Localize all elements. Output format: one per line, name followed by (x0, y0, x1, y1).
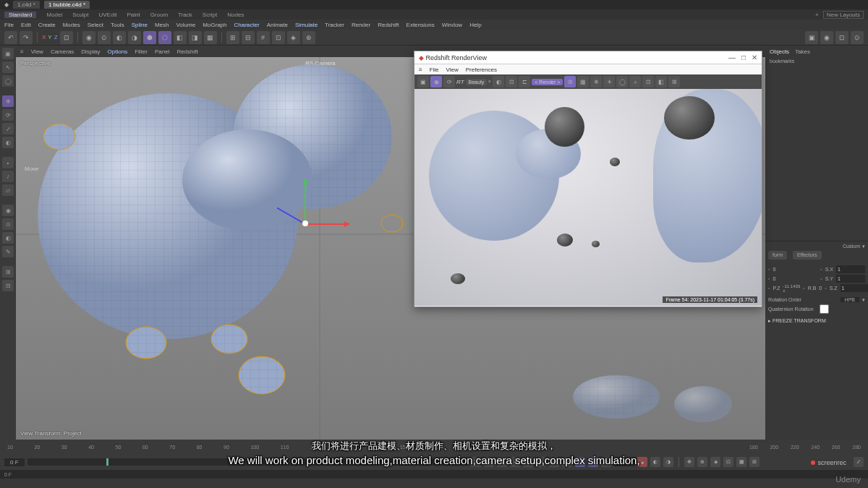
tool-c[interactable]: ⊙ (2, 218, 14, 230)
rv-tool-3[interactable]: ◐ (493, 76, 504, 87)
brush-tool[interactable]: ✎ (2, 246, 14, 257)
rv-grid-tool[interactable]: ▦ (577, 76, 589, 87)
render-btn-4[interactable]: ⊙ (851, 31, 864, 44)
edge-mode[interactable]: / (2, 171, 14, 182)
move-tool[interactable]: ✥ (2, 95, 14, 107)
close-icon[interactable]: ✕ (752, 53, 757, 61)
render-btn-1[interactable]: ▣ (805, 31, 818, 44)
menu-tools[interactable]: Tools (111, 22, 124, 28)
menu-select[interactable]: Select (88, 22, 103, 28)
plus-icon[interactable]: + (815, 12, 819, 18)
render-btn-2[interactable]: ◉ (820, 31, 833, 44)
rv-render-dropdown[interactable]: < Render > (532, 79, 563, 85)
tool-e[interactable]: ⊞ (2, 266, 14, 278)
menu-help[interactable]: Help (469, 22, 481, 28)
cursor-tool[interactable]: ↖ (2, 61, 14, 73)
renderview-window[interactable]: ◆ Redshift RenderView — □ ✕ ≡ File View … (414, 51, 762, 307)
sz-input[interactable] (841, 284, 868, 292)
renderview-titlebar[interactable]: ◆ Redshift RenderView — □ ✕ (414, 51, 762, 64)
rv-menu-file[interactable]: File (430, 67, 439, 73)
rv-menu-view[interactable]: View (446, 67, 459, 73)
rv-tool-4[interactable]: ⊡ (506, 76, 517, 87)
menu-extensions[interactable]: Extensions (407, 22, 435, 28)
tool-9[interactable]: ▦ (204, 31, 217, 44)
effectors-tab-btn[interactable]: Effectors (793, 251, 822, 260)
vp-cameras[interactable]: Cameras (51, 48, 74, 55)
tool-4[interactable]: ◑ (128, 31, 141, 44)
tool-10[interactable]: ⊞ (226, 31, 239, 44)
tool-14[interactable]: ◈ (287, 31, 300, 44)
tool-3[interactable]: ◐ (113, 31, 126, 44)
tool-7[interactable]: ◧ (174, 31, 187, 44)
axis-lock-button[interactable]: ⊡ (60, 31, 73, 44)
tool-13[interactable]: ⊡ (272, 31, 285, 44)
redo-button[interactable]: ↷ (20, 31, 33, 44)
layout-sculpt[interactable]: Sculpt (72, 12, 88, 18)
rv-beauty-dropdown[interactable]: Beauty (466, 79, 488, 85)
layout-groom[interactable]: Groom (150, 12, 168, 18)
tool-a[interactable]: ◐ (2, 137, 14, 148)
menu-spline[interactable]: Spline (132, 22, 148, 28)
tool-15[interactable]: ⊕ (302, 31, 315, 44)
rv-rt-button[interactable]: ⟳ (443, 76, 455, 87)
vp-menu-icon[interactable]: ≡ (20, 48, 24, 55)
layout-model[interactable]: Model (46, 12, 62, 18)
rotate-tool[interactable]: ⟳ (2, 109, 14, 121)
tool-11[interactable]: ⊟ (242, 31, 255, 44)
rv-tool-1[interactable]: ▣ (417, 76, 429, 87)
tl-btn-g[interactable]: ▦ (736, 457, 746, 467)
hamburger-icon[interactable]: ≡ (419, 67, 422, 73)
vp-redshift[interactable]: Redshift (176, 48, 197, 55)
quaternion-checkbox[interactable] (820, 304, 829, 314)
tl-btn-f[interactable]: ⊡ (723, 457, 733, 467)
menu-volume[interactable]: Volume (176, 22, 195, 28)
tl-btn-b[interactable]: ◑ (663, 457, 673, 467)
tl-btn-d[interactable]: ⊕ (697, 457, 707, 467)
transform-gizmo[interactable] (305, 223, 306, 224)
rv-tool-10[interactable]: ⊞ (668, 76, 680, 87)
tool-d[interactable]: ◐ (2, 232, 14, 244)
tool-f[interactable]: ⊟ (2, 280, 14, 291)
minimize-icon[interactable]: — (728, 53, 736, 61)
sy-input[interactable] (836, 275, 865, 283)
rv-tool-5[interactable]: ⊞ (564, 76, 576, 87)
tool-8[interactable]: ◨ (189, 31, 202, 44)
menu-file[interactable]: File (4, 22, 14, 28)
freeze-transform-label[interactable]: FREEZE TRANSFORM (773, 318, 826, 323)
render-btn-3[interactable]: ⊡ (835, 31, 848, 44)
menu-mograph[interactable]: MoGraph (203, 22, 226, 28)
poly-mode[interactable]: ▱ (2, 184, 14, 196)
rv-tool-2[interactable]: ◉ (430, 76, 442, 87)
tool-12[interactable]: # (257, 31, 270, 44)
tool-6[interactable]: ⬡ (158, 31, 171, 44)
form-tab-btn[interactable]: form (768, 251, 787, 260)
vp-options[interactable]: Options (108, 48, 128, 55)
scale-tool[interactable]: ⤢ (2, 123, 14, 134)
menu-animate[interactable]: Animate (267, 22, 288, 28)
vp-view[interactable]: View (31, 48, 43, 55)
tool-b[interactable]: ◉ (2, 205, 14, 216)
rv-sun-tool[interactable]: ☀ (603, 76, 615, 87)
vp-panel[interactable]: Panel (155, 48, 169, 55)
tl-btn-h[interactable]: ⊞ (749, 457, 760, 467)
new-layouts-button[interactable]: New Layouts (823, 11, 864, 19)
menu-create[interactable]: Create (38, 22, 56, 28)
file-tab[interactable]: 1.c4d * (13, 1, 40, 9)
axis-y-label[interactable]: Y (48, 34, 51, 40)
menu-modes[interactable]: Modes (63, 22, 80, 28)
rv-crop-tool[interactable]: ⊏ (519, 76, 530, 87)
tool-5[interactable]: ⬢ (143, 31, 156, 44)
maximize-icon[interactable]: □ (741, 53, 746, 61)
tab-takes[interactable]: Takes (795, 48, 810, 55)
tool-1[interactable]: ◉ (82, 31, 95, 44)
point-mode[interactable]: • (2, 157, 14, 168)
vp-display[interactable]: Display (81, 48, 100, 55)
rv-tool-7[interactable]: ⟐ (629, 76, 641, 87)
menu-tracker[interactable]: Tracker (325, 22, 344, 28)
menu-simulate[interactable]: Simulate (295, 22, 318, 28)
vp-filter[interactable]: Filter (135, 48, 148, 55)
rv-tool-6[interactable]: ◯ (616, 76, 628, 87)
menu-window[interactable]: Window (442, 22, 462, 28)
rotation-order-dropdown[interactable]: HPB (841, 297, 859, 302)
rv-tool-8[interactable]: ⊡ (642, 76, 654, 87)
